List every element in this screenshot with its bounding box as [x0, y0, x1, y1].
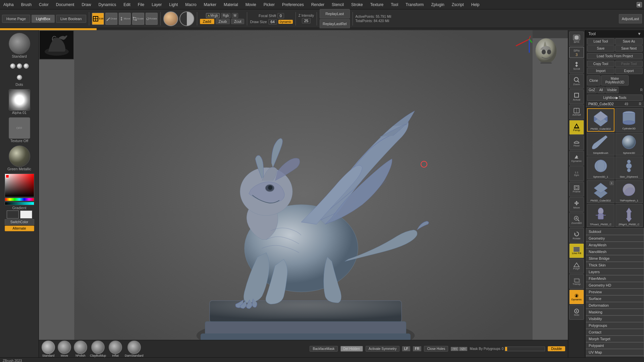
menu-zscript[interactable]: Zscript	[450, 2, 465, 8]
actual-btn[interactable]: Actual	[569, 89, 584, 104]
move-view-btn[interactable]: Move	[569, 197, 584, 212]
collapse-icon[interactable]: ◀	[637, 2, 642, 7]
material-preview[interactable]	[9, 145, 30, 167]
subtool-section[interactable]: Subtool	[586, 228, 644, 235]
close-holes-btn[interactable]: Close Holes	[424, 346, 448, 352]
tool-item-cube[interactable]: PM3D_Cube3D2	[587, 108, 614, 132]
alternate-btn[interactable]: Alternate	[5, 226, 34, 231]
menu-render[interactable]: Render	[310, 2, 326, 8]
tool-item-sphere3d1[interactable]: Sphere3D_1	[587, 157, 614, 179]
transp-btn[interactable]: Transp	[569, 274, 584, 289]
color-area[interactable]	[5, 174, 34, 197]
scroll-btn[interactable]: Scroll	[569, 58, 584, 73]
lightbox-tab[interactable]: LightBox	[32, 15, 55, 23]
dynamic-badge[interactable]: Dynamic	[278, 20, 293, 24]
tool-item-tpose[interactable]: TPose1_PM3D_C	[587, 204, 614, 227]
load-tool-btn[interactable]: Load Tool	[587, 38, 614, 45]
menu-macro[interactable]: Macro	[184, 2, 198, 8]
menu-dynamics[interactable]: Dynamics	[97, 2, 117, 8]
brush-inflat[interactable]: Inflat	[109, 341, 122, 357]
spix-btn[interactable]: SPix 3	[569, 47, 584, 58]
contact-section[interactable]: Contact	[586, 329, 644, 336]
menu-stroke[interactable]: Stroke	[350, 2, 364, 8]
scale-tool[interactable]: Scale	[132, 13, 144, 25]
menu-movie[interactable]: Movie	[244, 2, 258, 8]
brush-hpolish[interactable]: hPolish	[74, 341, 87, 357]
dynamic-btn[interactable]: Dynamic	[569, 151, 584, 166]
texture-preview[interactable]: OFF	[9, 117, 30, 139]
polypaint-section[interactable]: Polypaint	[586, 342, 644, 349]
m-btn[interactable]: M	[232, 13, 238, 18]
cyan-bar[interactable]	[5, 202, 34, 205]
brush-damstandard[interactable]: DamStandard	[125, 341, 144, 357]
canvas-area[interactable]: Standard Move hPolish ClayBuildup Inflat…	[39, 30, 568, 357]
surface-section[interactable]: Surface	[586, 295, 644, 302]
polyf-btn[interactable]: PolyF	[569, 259, 584, 274]
menu-document[interactable]: Document	[55, 2, 76, 8]
bpr-icon-btn[interactable]: BPR	[569, 32, 584, 46]
zadd-btn[interactable]: Zadd	[200, 19, 214, 24]
menu-stencil[interactable]: Stencil	[330, 2, 345, 8]
gradient-dark[interactable]	[7, 210, 19, 219]
lightbox-tools-btn[interactable]: Lightbox▶Tools	[587, 95, 643, 101]
edit-tool[interactable]: Edit	[92, 13, 104, 25]
gradient-light[interactable]	[20, 210, 32, 219]
deformation-section[interactable]: Deformation	[586, 302, 644, 309]
brush-claybuildup[interactable]: ClayBuildup	[90, 341, 106, 357]
persp-btn[interactable]: Persp	[569, 120, 584, 135]
replay-last-rel-btn[interactable]: ReplayLastRel	[320, 19, 350, 28]
focal-shift-value[interactable]: 0	[277, 13, 284, 18]
visibility-section[interactable]: Visibility	[586, 315, 644, 322]
menu-texture[interactable]: Texture	[369, 2, 385, 8]
tool-item-zrig[interactable]: ZRig#1_PM3D_C	[615, 204, 643, 227]
menu-transform[interactable]: Transform	[404, 2, 425, 8]
masking-section[interactable]: Masking	[586, 309, 644, 315]
fr-btn[interactable]: FR	[413, 346, 421, 351]
neg-z-btn[interactable]: >Z<	[459, 347, 467, 351]
goz-btn[interactable]: GoZ	[587, 87, 597, 93]
z-intensity-value[interactable]: 25	[302, 18, 311, 23]
brush-preview[interactable]	[9, 33, 30, 54]
tool-item-skin[interactable]: Skin_ZSphere1	[615, 157, 643, 179]
line-fill-btn[interactable]: Line Fill	[569, 243, 584, 258]
morph-target-section[interactable]: Morph Target	[586, 336, 644, 342]
all-btn[interactable]: All	[597, 87, 604, 93]
backface-mask-btn[interactable]: BackfaceMask	[310, 346, 337, 352]
menu-edit[interactable]: Edit	[122, 2, 132, 8]
paste-tool-btn[interactable]: Paste Tool	[615, 61, 643, 67]
rgb-toggle[interactable]	[179, 11, 194, 26]
zcut-btn[interactable]: Zcut	[231, 19, 244, 24]
rgb-btn[interactable]: Rgb	[221, 13, 230, 18]
brush-move[interactable]: Move	[58, 341, 71, 357]
neg-y-btn[interactable]: -Y<	[451, 347, 458, 351]
nanomesh-section[interactable]: NanoMesh	[586, 248, 644, 255]
orientation-head[interactable]	[531, 37, 561, 67]
zoom-btn[interactable]: Zoom	[569, 74, 584, 88]
save-as-btn[interactable]: Save As	[615, 38, 643, 45]
arraymesh-section[interactable]: ArrayMesh	[586, 242, 644, 248]
menu-draw[interactable]: Draw	[80, 2, 92, 8]
menu-alpha[interactable]: Alpha	[2, 2, 15, 8]
tool-expand-icon[interactable]: ▼	[637, 32, 641, 36]
slime-bridge-section[interactable]: Slime Bridge	[586, 255, 644, 262]
adjust-last-btn[interactable]: AdjustLast	[619, 14, 642, 23]
menu-color[interactable]: Color	[38, 2, 50, 8]
menu-zplugin[interactable]: Zplugin	[430, 2, 445, 8]
menu-light[interactable]: Light	[168, 2, 179, 8]
lf-btn[interactable]: LF	[402, 346, 410, 351]
menu-picker[interactable]: Picker	[262, 2, 276, 8]
tool-item-cylinder[interactable]: Cylinder3D	[615, 108, 643, 132]
zoombd-btn[interactable]: ZoomBD	[569, 213, 584, 227]
import-btn[interactable]: Import	[587, 68, 614, 74]
draw-size-value[interactable]: 64	[268, 19, 277, 24]
make-polymesh-btn[interactable]: Make PolyMesh3D	[601, 75, 629, 85]
geometry-hd-section[interactable]: Geometry HD	[586, 282, 644, 289]
aahalf-btn[interactable]: AAHalf	[569, 105, 584, 119]
geometry-section[interactable]: Geometry	[586, 235, 644, 242]
alpha-preview[interactable]	[9, 89, 30, 111]
dynamic-active-btn[interactable]: Dynamic	[569, 290, 584, 304]
double-btn[interactable]: Double	[548, 346, 565, 351]
preview-section[interactable]: Preview	[586, 289, 644, 295]
menu-marker[interactable]: Marker	[203, 2, 218, 8]
polygroups-section[interactable]: Polygroups	[586, 322, 644, 329]
